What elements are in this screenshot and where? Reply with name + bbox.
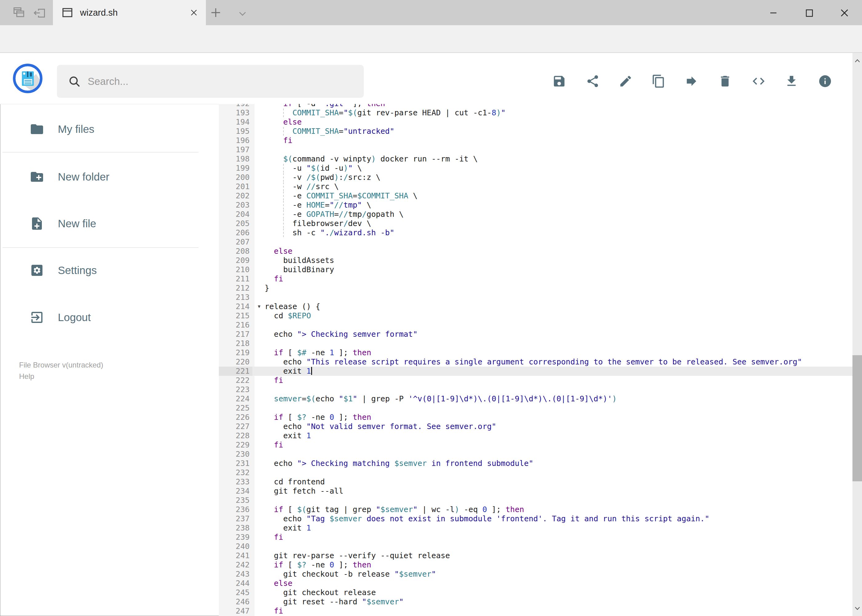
code-line[interactable]: 223 — [219, 385, 853, 394]
code-line[interactable]: 234 git fetch --all — [219, 487, 853, 496]
code-line[interactable]: 201 -w //src \ — [219, 182, 853, 191]
code-line[interactable]: 244 else — [219, 579, 853, 588]
code-line[interactable]: 238 exit 1 — [219, 523, 853, 533]
scroll-down-icon[interactable] — [853, 602, 862, 614]
code-line[interactable]: 225 — [219, 404, 853, 413]
code-line[interactable]: 233 cd frontend — [219, 477, 853, 487]
code-line[interactable]: 220 echo "This release script requires a… — [219, 357, 853, 366]
code-line[interactable]: 209 buildAssets — [219, 256, 853, 265]
code-line[interactable]: 206 sh -c "./wizard.sh -b" — [219, 228, 853, 237]
code-line[interactable]: 215 cd $REPO — [219, 311, 853, 321]
move-button[interactable] — [684, 74, 698, 88]
code-line[interactable]: 203 -e HOME="//tmp" \ — [219, 201, 853, 210]
code-line[interactable]: 231 echo "> Checking matching $semver in… — [219, 459, 853, 468]
code-line[interactable]: 243 git checkout -b release "$semver" — [219, 570, 853, 579]
code-line[interactable]: 199 -u "$(id -u)" \ — [219, 163, 853, 173]
code-line[interactable]: 247 fi — [219, 607, 853, 616]
copy-button[interactable] — [651, 74, 666, 88]
delete-button[interactable] — [718, 74, 732, 88]
fold-marker-icon[interactable]: ▾ — [255, 302, 263, 311]
search-input[interactable] — [87, 75, 364, 88]
code-line[interactable]: 207 — [219, 237, 853, 247]
search-bar[interactable] — [57, 65, 364, 98]
sidebar-item-my-files[interactable]: My files — [0, 112, 219, 146]
code-line[interactable]: 193 COMMIT_SHA="$(git rev-parse HEAD | c… — [219, 108, 853, 118]
code-line[interactable]: 229 fi — [219, 440, 853, 449]
code-line[interactable]: 241 git rev-parse --verify --quiet relea… — [219, 551, 853, 560]
app-version-text: File Browser v(untracked) — [19, 359, 103, 371]
sidebar-item-settings[interactable]: Settings — [0, 253, 219, 287]
code-editor[interactable]: 192 if [ -d ".git" ]; then193 COMMIT_SHA… — [219, 104, 853, 616]
code-line[interactable]: 211 fi — [219, 274, 853, 284]
line-number: 210 — [219, 265, 252, 274]
code-line[interactable]: 227 echo "Not valid semver format. See s… — [219, 422, 853, 431]
sidebar-item-new-folder[interactable]: New folder — [0, 160, 219, 194]
page-scrollbar[interactable] — [853, 53, 862, 616]
code-line[interactable]: 195 COMMIT_SHA="untracked" — [219, 127, 853, 136]
code-line[interactable]: 245 git checkout release — [219, 588, 853, 597]
code-line[interactable]: 237 echo "Tag $semver does not exist in … — [219, 514, 853, 523]
scroll-up-icon[interactable] — [853, 55, 862, 67]
code-line[interactable]: 219 if [ $# -ne 1 ]; then — [219, 348, 853, 357]
sidebar-item-label: New folder — [58, 171, 109, 183]
code-line-text: cd frontend — [265, 477, 325, 487]
tab-close-icon[interactable] — [189, 7, 199, 18]
line-number: 245 — [219, 588, 252, 597]
rename-button[interactable] — [619, 74, 633, 88]
code-line[interactable]: 230 — [219, 449, 853, 459]
raw-editor-button[interactable] — [752, 74, 766, 88]
line-number: 246 — [219, 597, 252, 607]
code-line[interactable]: 197 — [219, 145, 853, 154]
code-line[interactable]: 208 else — [219, 247, 853, 256]
tab-list-chevron-icon[interactable] — [236, 7, 249, 20]
share-button[interactable] — [586, 74, 600, 88]
code-line[interactable]: 242 if [ $? -ne 0 ]; then — [219, 560, 853, 570]
scrollbar-thumb[interactable] — [853, 355, 862, 481]
code-line[interactable]: 205 filebrowser/dev \ — [219, 219, 853, 228]
window-close-button[interactable] — [836, 4, 853, 22]
code-line[interactable]: 228 exit 1 — [219, 431, 853, 440]
code-line-text: -v /$(pwd):/src:z \ — [265, 173, 380, 182]
code-line[interactable]: 221 exit 1 — [219, 366, 853, 376]
code-line[interactable]: 202 -e COMMIT_SHA=$COMMIT_SHA \ — [219, 191, 853, 201]
code-line[interactable]: 196 fi — [219, 136, 853, 145]
code-line[interactable]: 224 semver=$(echo "$1" | grep -P '^v(0|[… — [219, 394, 853, 404]
code-line[interactable]: 204 -e GOPATH=//tmp/gopath \ — [219, 210, 853, 219]
code-line[interactable]: 236 if [ $(git tag | grep "$semver" | wc… — [219, 505, 853, 514]
filebrowser-logo[interactable] — [12, 63, 43, 94]
line-number: 241 — [219, 551, 252, 560]
set-tabs-aside-icon[interactable] — [32, 6, 47, 20]
code-line[interactable]: 216 — [219, 321, 853, 330]
code-line[interactable]: 246 git reset --hard "$semver" — [219, 597, 853, 607]
code-line[interactable]: 198 $(command -v winpty) docker run --rm… — [219, 154, 853, 163]
download-button[interactable] — [785, 74, 799, 88]
window-maximize-button[interactable] — [801, 4, 818, 22]
code-line[interactable]: 200 -v /$(pwd):/src:z \ — [219, 173, 853, 182]
code-line[interactable]: 192 if [ -d ".git" ]; then — [219, 104, 853, 108]
code-line[interactable]: 226 if [ $? -ne 0 ]; then — [219, 413, 853, 422]
code-line[interactable]: 194 else — [219, 118, 853, 127]
code-line[interactable]: 222 fi — [219, 376, 853, 385]
help-link[interactable]: Help — [19, 371, 103, 382]
save-button[interactable] — [552, 74, 566, 88]
window-minimize-button[interactable] — [765, 4, 782, 22]
code-line[interactable]: 213 — [219, 293, 853, 302]
info-button[interactable] — [818, 74, 832, 88]
code-line[interactable]: 210 buildBinary — [219, 265, 853, 274]
code-line[interactable]: 235 — [219, 496, 853, 505]
code-line[interactable]: 232 — [219, 468, 853, 477]
code-line[interactable]: 212} — [219, 284, 853, 293]
tab-preview-icon[interactable] — [12, 6, 27, 20]
new-tab-button[interactable] — [208, 5, 224, 20]
sidebar-item-new-file[interactable]: New file — [0, 207, 219, 240]
line-number: 194 — [219, 118, 252, 127]
code-line[interactable]: 214▾release () { — [219, 302, 853, 311]
line-number: 211 — [219, 274, 252, 284]
sidebar-item-logout[interactable]: Logout — [0, 300, 219, 334]
code-line[interactable]: 217 echo "> Checking semver format" — [219, 330, 853, 339]
code-line[interactable]: 218 — [219, 339, 853, 348]
code-line[interactable]: 240 — [219, 542, 853, 551]
code-line[interactable]: 239 fi — [219, 533, 853, 542]
browser-tab[interactable]: wizard.sh — [53, 0, 206, 25]
line-number: 197 — [219, 145, 252, 154]
